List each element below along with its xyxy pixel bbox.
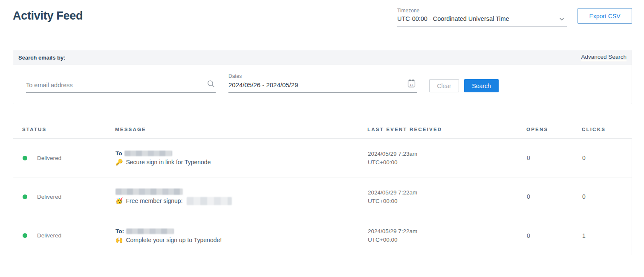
top-bar: Activity Feed Timezone UTC-00:00 - Coord… <box>13 8 632 26</box>
last-event-timezone: UTC+00:00 <box>368 237 527 243</box>
page-title: Activity Feed <box>13 8 83 23</box>
column-header-status: STATUS <box>22 127 115 132</box>
opens-count: 0 <box>527 232 582 239</box>
search-panel: Search emails by: Advanced Search Dates <box>13 50 632 104</box>
column-header-message: MESSAGE <box>115 127 367 132</box>
search-panel-body: Dates 17 Clear Search <box>13 65 632 104</box>
status-label: Delivered <box>37 155 61 161</box>
status-label: Delivered <box>37 232 61 239</box>
svg-text:17: 17 <box>410 83 413 86</box>
message-subject-line: 🙌 Complete your sign up to Typenode! <box>116 237 368 243</box>
last-event-cell: 2024/05/29 7:23am UTC+00:00 <box>368 151 527 166</box>
column-header-clicks: CLICKS <box>582 127 623 132</box>
opens-count: 0 <box>527 193 582 200</box>
search-icon <box>207 80 215 89</box>
last-event-cell: 2024/05/29 7:22am UTC+00:00 <box>368 189 527 204</box>
last-event-timezone: UTC+00:00 <box>368 159 527 166</box>
search-button[interactable]: Search <box>464 79 499 92</box>
last-event-date: 2024/05/29 7:23am <box>368 151 527 157</box>
last-event-cell: 2024/05/29 7:22am UTC+00:00 <box>368 228 527 243</box>
message-subject: Secure sign in link for Typenode <box>126 159 211 166</box>
to-prefix: To: <box>116 228 124 234</box>
timezone-value-row[interactable]: UTC-00:00 - Coordinated Universal Time <box>397 15 567 27</box>
timezone-value: UTC-00:00 - Coordinated Universal Time <box>397 15 509 22</box>
clear-button[interactable]: Clear <box>429 79 459 92</box>
redacted-email <box>116 188 183 195</box>
status-cell: Delivered <box>23 232 116 239</box>
calendar-icon[interactable]: 17 <box>407 79 416 89</box>
delivered-status-icon <box>23 233 27 238</box>
search-emails-by-label: Search emails by: <box>18 54 66 61</box>
last-event-date: 2024/05/29 7:22am <box>368 189 527 196</box>
delivered-status-icon <box>23 194 27 199</box>
column-header-opens: OPENS <box>526 127 582 132</box>
message-subject-line: 🥳 Free member signup: <box>116 197 368 205</box>
dates-field: Dates 17 <box>228 73 417 93</box>
clicks-count: 0 <box>582 193 622 200</box>
timezone-label: Timezone <box>397 8 567 14</box>
message-subject: Free member signup: <box>126 197 182 204</box>
status-cell: Delivered <box>23 194 116 200</box>
party-face-emoji-icon: 🥳 <box>116 197 123 204</box>
search-panel-header: Search emails by: Advanced Search <box>13 50 632 65</box>
message-to-line: To: <box>116 228 368 234</box>
redacted-subject-detail <box>187 197 232 205</box>
message-to-line: To <box>116 150 368 157</box>
table-row[interactable]: Delivered To 🔑 Secure sign in link for T… <box>13 139 632 177</box>
clicks-count: 0 <box>582 154 622 161</box>
table-row[interactable]: Delivered To: 🙌 Complete your sign up to… <box>13 216 632 255</box>
status-cell: Delivered <box>23 155 116 161</box>
redacted-email <box>126 228 174 234</box>
redacted-email <box>124 151 172 156</box>
activity-table: Delivered To 🔑 Secure sign in link for T… <box>13 138 632 255</box>
advanced-search-link[interactable]: Advanced Search <box>581 54 627 61</box>
key-emoji-icon: 🔑 <box>116 159 123 166</box>
raised-hands-emoji-icon: 🙌 <box>116 237 123 243</box>
column-header-last-event: LAST EVENT RECEIVED <box>367 127 526 132</box>
status-label: Delivered <box>37 194 61 200</box>
message-cell: To 🔑 Secure sign in link for Typenode <box>116 150 368 166</box>
last-event-date: 2024/05/29 7:22am <box>368 228 527 234</box>
table-header-row: STATUS MESSAGE LAST EVENT RECEIVED OPENS… <box>13 127 632 132</box>
table-row[interactable]: Delivered 🥳 Free member signup: 2024/05/… <box>13 177 632 216</box>
message-subject-line: 🔑 Secure sign in link for Typenode <box>116 159 368 166</box>
email-search-input[interactable] <box>26 79 216 93</box>
last-event-timezone: UTC+00:00 <box>368 198 527 204</box>
message-subject: Complete your sign up to Typenode! <box>126 237 222 243</box>
opens-count: 0 <box>527 154 582 161</box>
top-bar-right: Timezone UTC-00:00 - Coordinated Univers… <box>397 8 632 27</box>
dates-label: Dates <box>228 73 417 79</box>
message-cell: 🥳 Free member signup: <box>116 188 368 205</box>
delivered-status-icon <box>23 156 27 160</box>
timezone-select[interactable]: Timezone UTC-00:00 - Coordinated Univers… <box>397 8 567 27</box>
clicks-count: 1 <box>582 232 622 239</box>
export-csv-button[interactable]: Export CSV <box>578 8 632 24</box>
message-to-line <box>116 188 368 195</box>
email-search-field <box>26 79 216 93</box>
dates-range-input[interactable] <box>228 80 417 93</box>
message-cell: To: 🙌 Complete your sign up to Typenode! <box>116 228 368 243</box>
activity-feed-page: Activity Feed Timezone UTC-00:00 - Coord… <box>0 8 644 255</box>
chevron-down-icon <box>559 15 564 23</box>
to-prefix: To <box>116 150 122 157</box>
